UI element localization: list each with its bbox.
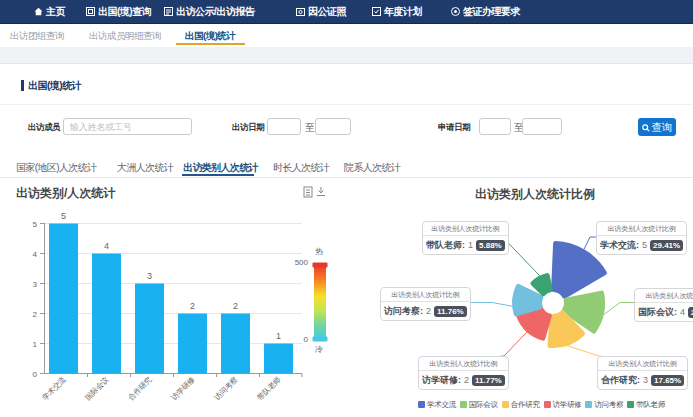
svg-text:1: 1: [276, 331, 281, 341]
svg-text:2: 2: [190, 301, 195, 311]
svg-text:带队老师: 带队老师: [255, 375, 283, 403]
svg-text:1: 1: [33, 340, 38, 349]
svg-text:2: 2: [33, 310, 38, 319]
svg-text:500: 500: [295, 258, 309, 267]
svg-text:0: 0: [33, 370, 38, 379]
svg-text:3: 3: [33, 280, 38, 289]
svg-text:4: 4: [33, 250, 38, 259]
svg-text:热: 热: [315, 247, 323, 256]
svg-text:4: 4: [104, 241, 109, 251]
svg-text:出访类别/人次统计: 出访类别/人次统计: [16, 186, 116, 200]
svg-text:3: 3: [147, 271, 152, 281]
svg-text:0: 0: [304, 335, 309, 344]
svg-text:5: 5: [61, 211, 66, 221]
svg-text:2: 2: [233, 301, 238, 311]
svg-text:学术交流: 学术交流: [40, 375, 68, 403]
svg-text:访问考察: 访问考察: [212, 375, 240, 403]
svg-text:合作研究: 合作研究: [126, 375, 154, 403]
svg-text:国际会议: 国际会议: [83, 375, 111, 403]
svg-text:5: 5: [33, 220, 38, 229]
svg-text:出访类别人次统计比例: 出访类别人次统计比例: [475, 187, 595, 201]
svg-text:冷: 冷: [315, 345, 323, 354]
svg-text:访学研修: 访学研修: [169, 375, 197, 403]
